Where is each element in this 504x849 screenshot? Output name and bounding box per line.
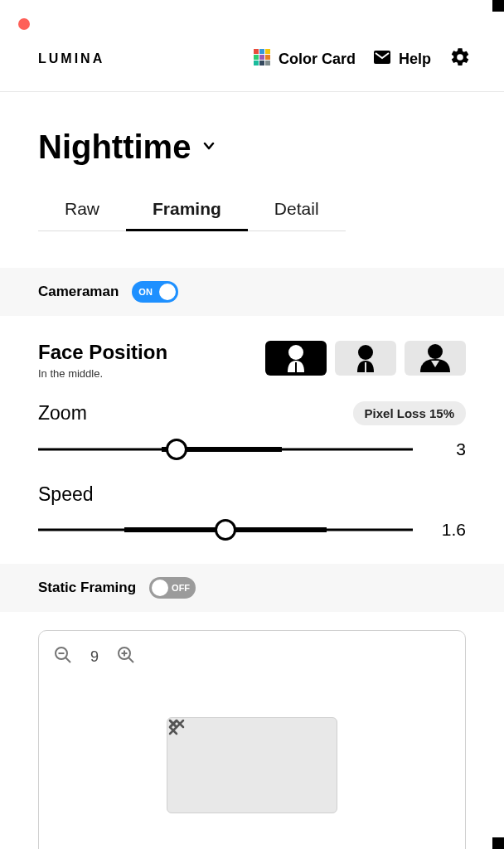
gear-icon bbox=[449, 56, 471, 70]
static-framing-toggle[interactable]: OFF bbox=[149, 577, 196, 599]
window-close-dot[interactable] bbox=[18, 18, 30, 33]
speed-slider[interactable] bbox=[38, 517, 413, 542]
speed-value: 1.6 bbox=[438, 520, 466, 540]
svg-line-16 bbox=[65, 657, 70, 662]
cameraman-toggle[interactable]: ON bbox=[132, 281, 178, 303]
svg-rect-2 bbox=[265, 49, 270, 54]
svg-point-12 bbox=[358, 345, 373, 360]
cameraman-section: Cameraman ON bbox=[0, 268, 504, 316]
zoom-in-button[interactable] bbox=[117, 646, 135, 667]
face-position-subtitle: In the middle. bbox=[38, 367, 167, 380]
face-position-option-center[interactable] bbox=[265, 341, 327, 376]
tab-raw[interactable]: Raw bbox=[38, 189, 126, 231]
svg-point-14 bbox=[428, 344, 443, 359]
direction-pad bbox=[167, 717, 337, 813]
svg-rect-13 bbox=[365, 362, 366, 372]
tabs: Raw Framing Detail bbox=[0, 189, 504, 231]
tab-framing[interactable]: Framing bbox=[126, 189, 248, 231]
svg-rect-6 bbox=[254, 61, 259, 65]
zoom-slider[interactable] bbox=[38, 437, 413, 462]
zoom-out-button[interactable] bbox=[54, 646, 72, 667]
svg-rect-11 bbox=[295, 362, 297, 372]
toggle-off-label: OFF bbox=[172, 583, 190, 593]
svg-rect-8 bbox=[265, 61, 270, 65]
svg-rect-0 bbox=[254, 49, 259, 54]
color-grid-icon bbox=[254, 49, 270, 70]
cameraman-label: Cameraman bbox=[38, 284, 119, 300]
svg-rect-5 bbox=[265, 55, 270, 60]
svg-rect-7 bbox=[259, 61, 264, 65]
toggle-on-label: ON bbox=[138, 287, 153, 297]
pixel-loss-badge: Pixel Loss 15% bbox=[353, 401, 466, 425]
svg-rect-3 bbox=[254, 55, 259, 60]
page-title: Nighttime bbox=[38, 129, 191, 166]
help-label: Help bbox=[399, 51, 431, 68]
brand-logo: LUMINA bbox=[38, 51, 104, 66]
settings-button[interactable] bbox=[449, 46, 471, 71]
corner-decoration bbox=[492, 0, 504, 12]
color-card-button[interactable]: Color Card bbox=[254, 49, 356, 70]
preview-zoom-level: 9 bbox=[90, 648, 99, 666]
zoom-out-icon bbox=[54, 653, 72, 667]
chevron-down-icon bbox=[202, 138, 216, 156]
svg-rect-1 bbox=[259, 49, 264, 54]
zoom-label: Zoom bbox=[38, 402, 87, 424]
corner-decoration bbox=[492, 837, 504, 849]
svg-point-10 bbox=[288, 345, 303, 360]
help-button[interactable]: Help bbox=[374, 51, 431, 68]
svg-line-19 bbox=[128, 657, 133, 662]
face-position-option-upper[interactable] bbox=[335, 341, 396, 376]
static-framing-label: Static Framing bbox=[38, 580, 136, 596]
svg-rect-4 bbox=[259, 55, 264, 60]
mail-icon bbox=[374, 51, 390, 68]
zoom-value: 3 bbox=[438, 439, 466, 459]
color-card-label: Color Card bbox=[279, 51, 356, 68]
preview-canvas: 9 bbox=[38, 630, 466, 849]
person-icon bbox=[280, 342, 312, 376]
speed-label: Speed bbox=[38, 483, 94, 506]
title-dropdown[interactable] bbox=[202, 138, 216, 157]
person-icon bbox=[350, 342, 381, 376]
zoom-in-icon bbox=[117, 653, 135, 667]
static-framing-section: Static Framing OFF bbox=[0, 564, 504, 612]
face-position-title: Face Position bbox=[38, 341, 167, 364]
face-position-option-bust[interactable] bbox=[405, 341, 466, 376]
person-bust-icon bbox=[417, 342, 453, 376]
tab-detail[interactable]: Detail bbox=[248, 189, 346, 231]
